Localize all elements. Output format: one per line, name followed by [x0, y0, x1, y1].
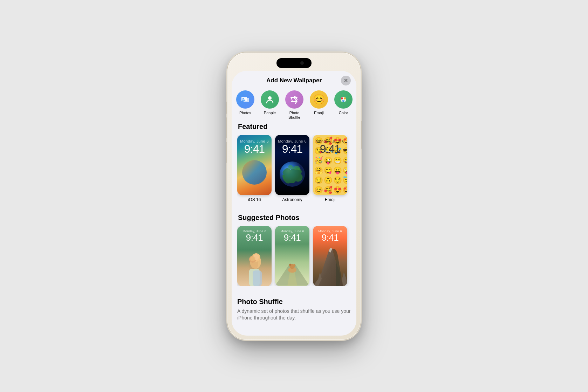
suggested-title: Suggested Photos — [237, 214, 351, 222]
astronomy-overlay: Monday, June 6 9:41 — [275, 135, 309, 154]
wallpaper-astronomy[interactable]: Monday, June 6 9:41 — [275, 135, 309, 202]
emoji-overlay: Monday, June 6 9:41 — [313, 135, 347, 154]
svg-point-24 — [289, 263, 291, 266]
road-svg — [275, 250, 309, 286]
divider-2 — [237, 292, 351, 292]
featured-row: Monday, June 6 9:41 iOS 16 — [237, 135, 351, 202]
color-label: Color — [339, 111, 348, 115]
modal-title: Add New Wallpaper — [266, 77, 322, 84]
ios16-thumb: Monday, June 6 9:41 — [237, 135, 272, 195]
photo-shuffle-label: Photo Shuffle — [285, 111, 304, 120]
featured-section: Featured Monday, June 6 9:41 — [232, 123, 356, 208]
power-button[interactable] — [361, 121, 362, 149]
people-label: People — [264, 111, 276, 115]
shuffle-icon — [285, 90, 303, 109]
dog-time: 9:41 — [275, 233, 309, 242]
categories-row: Photos People — [232, 88, 356, 123]
photo-shuffle-section: Photo Shuffle A dynamic set of photos th… — [232, 298, 356, 325]
people-thumb: Monday, June 6 9:41 — [237, 226, 272, 286]
dynamic-island — [276, 58, 312, 68]
modal-header: Add New Wallpaper ✕ — [232, 71, 356, 88]
mountain-bg: Monday, June 6 9:41 — [313, 226, 347, 286]
category-color[interactable]: Color — [331, 90, 356, 120]
ios16-bg: Monday, June 6 9:41 — [237, 135, 272, 195]
ios16-overlay: Monday, June 6 9:41 — [237, 135, 272, 154]
category-people[interactable]: People — [258, 90, 282, 120]
photo-dog[interactable]: Monday, June 6 9:41 — [275, 226, 309, 286]
category-photo-shuffle[interactable]: Photo Shuffle — [282, 90, 307, 120]
notch-area — [232, 57, 356, 69]
photos-label: Photos — [239, 111, 251, 115]
people-icon — [261, 90, 279, 109]
shuffle-svg — [289, 95, 299, 104]
mountain-thumb: Monday, June 6 9:41 — [313, 226, 347, 286]
dog-thumb: Monday, June 6 9:41 — [275, 226, 309, 286]
scroll-content[interactable]: Featured Monday, June 6 9:41 — [232, 123, 356, 336]
close-button[interactable]: ✕ — [341, 76, 351, 85]
color-svg — [339, 95, 348, 104]
svg-rect-18 — [253, 270, 262, 286]
ios16-time: 9:41 — [244, 143, 265, 154]
ios16-label: iOS 16 — [248, 197, 261, 202]
wallpaper-emoji[interactable]: Monday, June 6 9:41 😊🥰😍🤩 😘😂🤣😎 🥳😜😁😄 — [313, 135, 347, 202]
svg-point-2 — [242, 98, 244, 99]
astronomy-label-card: Astronomy — [282, 197, 302, 202]
people-svg — [265, 95, 275, 104]
emoji-icon: 😊 — [310, 90, 328, 109]
svg-point-3 — [268, 96, 272, 100]
earth-graphic — [278, 160, 306, 188]
volume-up-button[interactable] — [226, 117, 227, 138]
suggested-photos-section: Suggested Photos Monday, June 6 9:41 — [232, 214, 356, 292]
svg-point-8 — [342, 98, 344, 101]
astronomy-time: 9:41 — [282, 143, 302, 154]
phone-screen: Add New Wallpaper ✕ Pho — [232, 71, 356, 336]
suggested-row: Monday, June 6 9:41 — [237, 226, 351, 286]
photo-mountain[interactable]: Monday, June 6 9:41 — [313, 226, 347, 286]
category-astronomy[interactable]: As... — [356, 90, 356, 120]
mountain-time: 9:41 — [313, 233, 347, 242]
phone-frame: Add New Wallpaper ✕ Pho — [227, 53, 361, 340]
emoji-bg: Monday, June 6 9:41 😊🥰😍🤩 😘😂🤣😎 🥳😜😁😄 — [313, 135, 347, 195]
svg-point-20 — [250, 256, 255, 261]
category-emoji[interactable]: 😊 Emoji — [307, 90, 331, 120]
svg-point-25 — [293, 264, 295, 267]
close-icon: ✕ — [344, 78, 348, 83]
featured-title: Featured — [237, 123, 351, 131]
emoji-thumb: Monday, June 6 9:41 😊🥰😍🤩 😘😂🤣😎 🥳😜😁😄 — [313, 135, 347, 195]
add-wallpaper-modal: Add New Wallpaper ✕ Pho — [232, 71, 356, 336]
photos-icon — [236, 90, 254, 109]
dog-bg: Monday, June 6 9:41 — [275, 226, 309, 286]
photo-people[interactable]: Monday, June 6 9:41 — [237, 226, 272, 286]
category-photos[interactable]: Photos — [233, 90, 258, 120]
people-bg: Monday, June 6 9:41 — [237, 226, 272, 286]
astronomy-thumb: Monday, June 6 9:41 — [275, 135, 309, 195]
astronomy-bg: Monday, June 6 9:41 — [275, 135, 309, 195]
volume-down-button[interactable] — [226, 142, 227, 163]
divider-1 — [237, 208, 351, 208]
emoji-label-card: Emoji — [325, 197, 335, 202]
wallpaper-ios16[interactable]: Monday, June 6 9:41 iOS 16 — [237, 135, 272, 202]
color-icon — [334, 90, 353, 109]
emoji-label: Emoji — [314, 111, 324, 115]
photos-svg — [240, 95, 250, 104]
people-silhouette — [242, 248, 267, 286]
people-time: 9:41 — [237, 233, 272, 242]
photo-shuffle-desc: A dynamic set of photos that shuffle as … — [237, 308, 351, 322]
photo-shuffle-title: Photo Shuffle — [237, 298, 351, 306]
mountain-svg — [313, 244, 347, 286]
emoji-time: 9:41 — [320, 143, 340, 154]
